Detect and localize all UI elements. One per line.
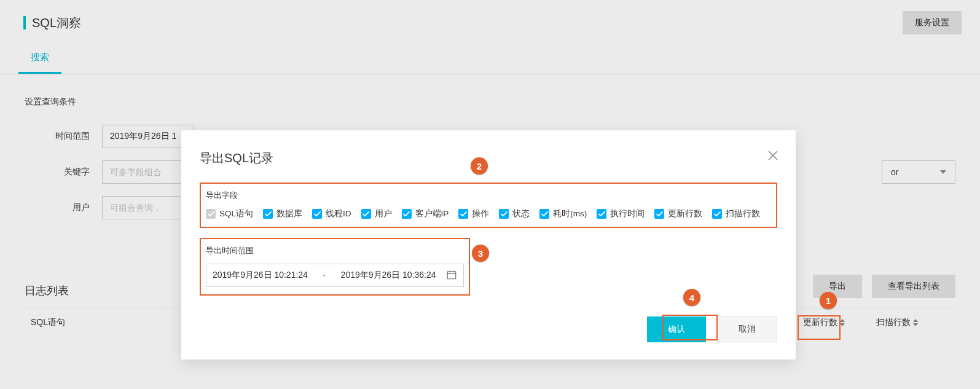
time-range-separator: - xyxy=(323,270,326,280)
checkbox-icon xyxy=(402,209,412,219)
export-field-label: 数据库 xyxy=(276,208,302,219)
calendar-icon xyxy=(446,269,457,282)
export-field-label: 用户 xyxy=(375,208,392,219)
export-field-checkbox[interactable]: 客户端IP xyxy=(402,208,449,219)
export-field-checkbox[interactable]: 耗时(ms) xyxy=(539,208,587,219)
export-field-label: 执行时间 xyxy=(610,208,645,219)
export-time-from: 2019年9月26日 10:21:24 xyxy=(213,270,308,281)
checkbox-icon xyxy=(458,209,468,219)
svg-rect-0 xyxy=(447,271,456,278)
export-fields-title: 导出字段 xyxy=(206,190,771,201)
annotation-badge-3: 3 xyxy=(472,245,489,262)
export-field-label: 状态 xyxy=(512,208,530,219)
close-icon[interactable] xyxy=(766,149,780,162)
export-field-checkbox[interactable]: 更新行数 xyxy=(654,208,702,219)
export-fields-box: 导出字段 SQL语句数据库线程ID用户客户端IP操作状态耗时(ms)执行时间更新… xyxy=(200,183,777,228)
export-field-label: 扫描行数 xyxy=(726,208,760,219)
export-field-checkbox[interactable]: 状态 xyxy=(499,208,530,219)
export-field-checkbox[interactable]: 用户 xyxy=(361,208,392,219)
export-fields-row: SQL语句数据库线程ID用户客户端IP操作状态耗时(ms)执行时间更新行数扫描行… xyxy=(206,208,771,219)
export-field-checkbox[interactable]: 数据库 xyxy=(263,208,302,219)
export-field-label: 客户端IP xyxy=(415,208,449,219)
export-field-checkbox: SQL语句 xyxy=(206,208,253,219)
export-field-label: 耗时(ms) xyxy=(553,208,587,219)
export-time-box: 导出时间范围 2019年9月26日 10:21:24 - 2019年9月26日 … xyxy=(200,238,470,296)
export-field-checkbox[interactable]: 扫描行数 xyxy=(712,208,760,219)
export-time-range[interactable]: 2019年9月26日 10:21:24 - 2019年9月26日 10:36:2… xyxy=(206,264,464,287)
checkbox-icon xyxy=(597,209,606,219)
checkbox-icon xyxy=(206,209,216,219)
checkbox-icon xyxy=(539,209,549,219)
dialog-title: 导出SQL记录 xyxy=(200,150,777,167)
export-field-label: 操作 xyxy=(472,208,489,219)
ok-button[interactable]: 确认 xyxy=(647,316,706,342)
checkbox-icon xyxy=(263,209,273,219)
export-field-checkbox[interactable]: 操作 xyxy=(458,208,489,219)
export-field-checkbox[interactable]: 执行时间 xyxy=(597,208,645,219)
export-field-label: 更新行数 xyxy=(668,208,702,219)
export-dialog: 导出SQL记录 导出字段 SQL语句数据库线程ID用户客户端IP操作状态耗时(m… xyxy=(181,130,796,360)
checkbox-icon xyxy=(654,209,664,219)
export-time-to: 2019年9月26日 10:36:24 xyxy=(341,270,436,281)
checkbox-icon xyxy=(312,209,322,219)
cancel-button[interactable]: 取消 xyxy=(717,316,777,342)
export-time-title: 导出时间范围 xyxy=(206,245,464,256)
annotation-badge-2: 2 xyxy=(471,157,488,175)
export-field-label: SQL语句 xyxy=(219,208,253,219)
dialog-actions: 确认 取消 xyxy=(200,316,777,342)
export-field-checkbox[interactable]: 线程ID xyxy=(312,208,351,219)
checkbox-icon xyxy=(712,209,722,219)
annotation-badge-1: 1 xyxy=(820,292,837,309)
export-field-label: 线程ID xyxy=(326,208,351,219)
checkbox-icon xyxy=(361,209,371,219)
checkbox-icon xyxy=(499,209,509,219)
annotation-badge-4: 4 xyxy=(683,289,700,306)
